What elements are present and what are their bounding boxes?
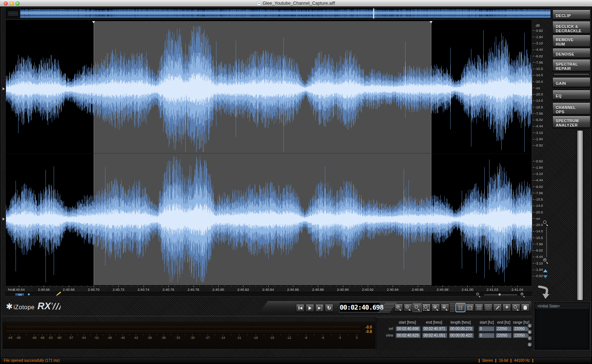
db-tick: -7.96 (533, 191, 553, 195)
frequency-selection-tool-button[interactable] (475, 304, 483, 311)
overview-view-band[interactable] (6, 16, 551, 18)
meter-tick-mark (50, 334, 51, 336)
play-button[interactable] (306, 304, 314, 312)
right-channel-select-arrow[interactable] (3, 218, 5, 220)
time-minor-tick (112, 286, 113, 286)
overview-strip[interactable] (6, 8, 551, 19)
vertical-zoom-in-icon[interactable]: + (543, 258, 548, 263)
selection-edge-left[interactable] (94, 21, 94, 285)
time-selection-icon (459, 306, 462, 310)
vertical-scrollbar[interactable] (577, 130, 583, 300)
play-selection-button[interactable] (315, 304, 324, 312)
zoom-in-button[interactable]: + (394, 304, 403, 311)
db-tick: -14.0 (533, 99, 553, 102)
scroll-resize-handle[interactable] (15, 293, 24, 296)
lasso-selection-tool-button[interactable] (484, 304, 492, 311)
meter-tick-mark (149, 334, 150, 336)
spectral-repair-button[interactable]: SPECTRAL REPAIR (552, 59, 591, 71)
time-frequency-selection-tool-button[interactable] (465, 304, 474, 311)
time-tick-label: 2:40.78 (188, 287, 199, 291)
vertical-scroll-up-arrow[interactable] (543, 269, 548, 272)
grab-hand-tool-button[interactable] (521, 304, 529, 311)
meter-scale-label: -60 (57, 336, 61, 340)
time-minor-tick (181, 286, 181, 286)
preset-slot-d-button[interactable]: D (527, 342, 532, 347)
view-start-hz-field[interactable]: 0 (478, 333, 495, 338)
magic-wand-tool-button[interactable] (502, 304, 511, 311)
sel-range-hz-field[interactable]: 22050 (513, 326, 529, 331)
view-start-hms-field[interactable]: 00:02:40.629 (396, 333, 421, 338)
scroll-position-dot[interactable] (27, 293, 30, 296)
time-tick-label: 2:40.90 (337, 287, 349, 291)
db-tick: -1.94 (533, 138, 553, 141)
playhead-marker[interactable] (373, 9, 374, 18)
redo-curved-arrow-icon[interactable] (537, 286, 550, 299)
zoom-fit-button[interactable] (413, 304, 421, 311)
left-channel-waveform[interactable] (6, 25, 532, 154)
declip-button[interactable]: DECLIP (552, 10, 591, 20)
brush-tool-button[interactable] (493, 304, 502, 311)
hzoom-in-icon[interactable]: + (521, 293, 525, 297)
selection-edge-right[interactable] (431, 21, 431, 285)
preset-item-initial-state[interactable]: <Initial State> (535, 303, 589, 309)
db-tick: -1.94 (533, 35, 553, 38)
zoom-to-selection-button[interactable] (422, 304, 431, 311)
time-tick-mark (243, 286, 243, 287)
preset-slot-c-button[interactable]: C (527, 336, 532, 341)
zoom-time-button[interactable]: ◂ (431, 304, 440, 311)
sel-end-hz-field[interactable]: 22050 (495, 326, 512, 331)
preset-list-panel[interactable]: <Initial State> (534, 302, 590, 350)
remove-hum-button[interactable]: REMOVE HUM (552, 35, 591, 47)
sel-start-hms-field[interactable]: 00:02:40.698 (396, 326, 421, 331)
view-length-hms-field[interactable]: 00:00:00.422 (449, 333, 474, 338)
vertical-zoom-out-icon[interactable] (543, 220, 548, 225)
declick-decrackle-button[interactable]: DECLICK & DECRACKLE (552, 21, 591, 34)
sel-end-hms-field[interactable]: 00:02:40.971 (422, 326, 447, 331)
time-selection-tool-button[interactable] (456, 304, 465, 311)
channel-ops-button[interactable]: CHANNEL OPS (552, 102, 591, 115)
denoise-button[interactable]: DENOISE (552, 48, 591, 58)
logo-star-icon: ✱ (6, 303, 13, 310)
zoom-frequency-button[interactable]: ▴ (441, 304, 449, 311)
pencil-tool-icon[interactable] (56, 291, 61, 296)
meter-tick-mark (306, 334, 306, 336)
meter-scale-label: -18 (253, 336, 258, 340)
horizontal-scroll-strip[interactable]: − + (5, 292, 532, 297)
col-header-end-hms: end [hms] (422, 320, 446, 324)
right-channel-waveform[interactable] (6, 155, 532, 284)
spectrum-analyzer-button[interactable]: SPECTRUM ANALYZER (552, 116, 591, 128)
meter-scale-label: -15 (270, 336, 274, 340)
loop-playback-button[interactable]: ↻ (325, 304, 333, 312)
zoom-tool-button[interactable] (512, 304, 520, 311)
hzoom-slider-knob[interactable] (498, 293, 501, 296)
go-to-start-button[interactable] (296, 304, 305, 312)
zoom-out-button[interactable]: − (404, 304, 412, 311)
gain-button[interactable]: GAIN (552, 77, 591, 87)
sel-length-hms-field[interactable]: 00:00:00.273 (449, 326, 474, 331)
meter-tick-mark (178, 334, 178, 336)
view-end-hz-field[interactable]: 22050 (495, 333, 512, 338)
view-range-hz-field[interactable]: 22050 (513, 333, 529, 338)
vertical-zoom-slider[interactable] (546, 227, 547, 257)
overview-waveform[interactable] (6, 9, 551, 17)
preset-slot-b-button[interactable]: B (527, 330, 532, 335)
hzoom-out-icon[interactable]: − (476, 293, 480, 297)
meter-scale-label: -48 (107, 336, 112, 340)
selection-handle-right[interactable] (430, 21, 433, 23)
meter-minor-tick (200, 334, 200, 335)
meter-tick-mark (223, 334, 223, 336)
waveform-display[interactable] (5, 19, 532, 286)
view-end-hms-field[interactable]: 00:02:41.051 (422, 333, 447, 338)
meter-minor-tick (215, 334, 215, 335)
db-unit-label: dB (536, 24, 540, 27)
eq-button[interactable]: EQ (552, 90, 591, 100)
overview-grip[interactable] (6, 9, 20, 18)
meter-minor-tick (314, 334, 314, 335)
time-minor-tick (436, 286, 437, 286)
preset-slot-a-button[interactable]: A (527, 323, 532, 328)
time-tick-label: 2:40.84 (262, 287, 274, 291)
sel-start-hz-field[interactable]: 0 (478, 326, 495, 331)
selection-handle-left[interactable] (92, 21, 95, 23)
left-channel-select-arrow[interactable] (3, 87, 5, 90)
vertical-scroll-down-arrow[interactable] (543, 275, 548, 278)
